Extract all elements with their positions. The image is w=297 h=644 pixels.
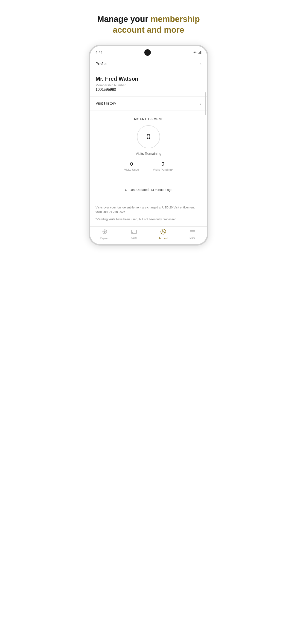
visit-history-label: Visit History (96, 101, 116, 106)
disclaimer-section: Visits over your lounge entitlement are … (90, 202, 207, 227)
visits-used-count: 0 (124, 161, 139, 167)
visits-stats: 0 Visits Used 0 Visits Pending* (96, 161, 202, 171)
svg-point-10 (162, 230, 164, 232)
status-bar: 4:44 (90, 46, 207, 58)
visits-used-label: Visits Used (124, 168, 139, 171)
entitlement-section: MY ENTITLEMENT 0 Visits Remaining 0 Visi… (90, 111, 207, 178)
user-info: Mr. Fred Watson Membership Number 100159… (90, 71, 207, 96)
explore-icon (102, 229, 108, 236)
visits-pending-label: Visits Pending* (153, 168, 173, 171)
visits-pending-count: 0 (153, 161, 173, 167)
profile-row[interactable]: Profile › (90, 58, 207, 71)
more-icon (190, 230, 195, 236)
header-section: Manage your membership account and more (74, 0, 223, 45)
explore-label: Explore (100, 237, 109, 240)
refresh-icon: ↻ (124, 188, 128, 192)
phone-mockup: 4:44 (74, 45, 223, 255)
svg-rect-7 (132, 230, 136, 234)
visits-used-stat: 0 Visits Used (124, 161, 139, 171)
wifi-icon (193, 51, 197, 54)
user-name: Mr. Fred Watson (96, 76, 202, 82)
nav-item-more[interactable]: More (178, 230, 207, 239)
membership-label: Membership Number (96, 84, 202, 87)
card-icon (131, 230, 137, 236)
last-updated-text: Last Updated: 14 minutes ago (130, 188, 172, 192)
visits-remaining-label: Visits Remaining (96, 152, 202, 156)
account-label: Account (159, 237, 168, 240)
scrollbar (205, 92, 206, 115)
card-label: Card (131, 236, 137, 239)
svg-rect-0 (198, 53, 198, 54)
visits-remaining-count: 0 (146, 132, 150, 141)
svg-rect-1 (199, 52, 200, 54)
phone-screen: 4:44 (90, 46, 207, 244)
svg-rect-2 (200, 51, 200, 54)
visit-history-chevron-icon: › (200, 101, 202, 106)
nav-item-card[interactable]: Card (119, 230, 148, 239)
disclaimer-text-1: Visits over your lounge entitlement are … (96, 205, 202, 214)
visits-pending-stat: 0 Visits Pending* (153, 161, 173, 171)
nav-item-explore[interactable]: Explore (90, 229, 119, 240)
bottom-nav: Explore Card (90, 226, 207, 244)
phone-frame: 4:44 (89, 45, 208, 246)
camera-notch (144, 49, 151, 56)
svg-rect-3 (201, 51, 202, 54)
nav-item-account[interactable]: Account (148, 229, 178, 240)
status-time: 4:44 (96, 50, 102, 54)
last-updated: ↻ Last Updated: 14 minutes ago (90, 186, 207, 194)
divider-1 (90, 182, 207, 182)
signal-icon (198, 51, 202, 54)
header-title: Manage your membership account and more (84, 14, 214, 36)
membership-number: 1001595980 (96, 88, 202, 92)
profile-chevron-icon: › (200, 62, 202, 66)
disclaimer-text-2: *Pending visits have been used, but not … (96, 217, 202, 222)
more-label: More (190, 236, 195, 239)
profile-label: Profile (96, 62, 106, 66)
visit-history-row[interactable]: Visit History › (90, 96, 207, 111)
divider-2 (90, 198, 207, 198)
visits-remaining-circle: 0 (137, 125, 160, 148)
account-icon (160, 229, 166, 236)
entitlement-title: MY ENTITLEMENT (96, 117, 202, 121)
screen-content: Profile › Mr. Fred Watson Membership Num… (90, 58, 207, 244)
header-title-text1: Manage your (97, 14, 150, 24)
status-icons (193, 51, 202, 54)
